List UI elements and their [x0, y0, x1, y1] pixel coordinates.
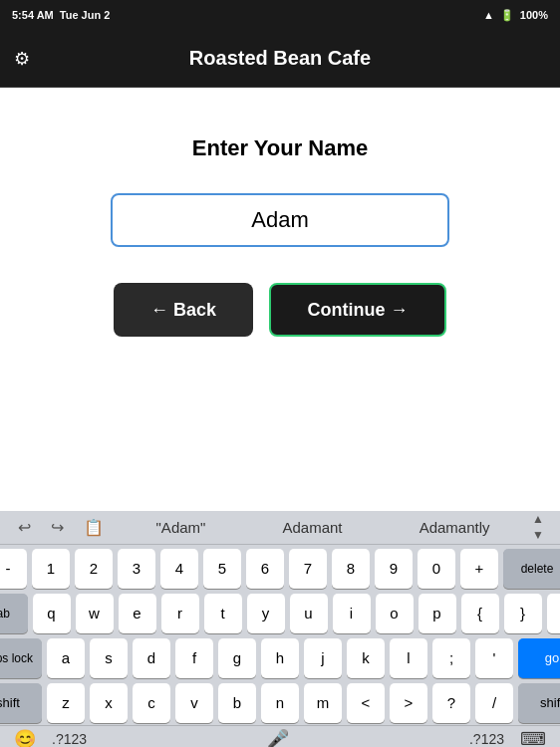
toolbar-right: .?123 ⌨: [469, 726, 552, 747]
key-bracket-close[interactable]: }: [504, 594, 542, 633]
battery-icon: 🔋: [500, 9, 514, 22]
key-z[interactable]: z: [47, 683, 85, 723]
key-l[interactable]: l: [390, 638, 427, 678]
key-q[interactable]: q: [33, 594, 71, 633]
numeric-toggle-button[interactable]: .?123: [52, 731, 87, 747]
key-v[interactable]: v: [175, 683, 213, 723]
name-input[interactable]: [111, 193, 449, 247]
status-right: ▲ 🔋 100%: [483, 9, 548, 22]
autocomplete-nav: ↩ ↪ 📋: [4, 514, 118, 541]
key-b[interactable]: b: [218, 683, 256, 723]
key-g[interactable]: g: [218, 638, 256, 678]
continue-button-label: Continue →: [308, 300, 409, 321]
key-7[interactable]: 7: [289, 549, 327, 589]
key-bracket-open[interactable]: {: [461, 594, 499, 633]
wifi-icon: ▲: [483, 9, 494, 21]
key-n[interactable]: n: [261, 683, 299, 723]
key-e[interactable]: e: [119, 594, 156, 633]
battery-percent: 100%: [520, 9, 548, 21]
prompt-title: Enter Your Name: [192, 135, 368, 161]
key-9[interactable]: 9: [375, 549, 413, 589]
keyboard-toolbar: 😊 .?123 🎤 .?123 ⌨: [0, 725, 560, 747]
toolbar-left: 😊 .?123: [8, 726, 87, 747]
key-o[interactable]: o: [376, 594, 414, 633]
key-t[interactable]: t: [204, 594, 242, 633]
main-content: Enter Your Name ← Back Continue →: [0, 88, 560, 511]
key-p[interactable]: p: [419, 594, 456, 633]
undo-button[interactable]: ↩: [12, 514, 37, 541]
keyboard-area: ↩ ↪ 📋 "Adam" Adamant Adamantly ▲ ▼ - 1 2…: [0, 511, 560, 747]
key-slash[interactable]: /: [475, 683, 513, 723]
key-4[interactable]: 4: [160, 549, 198, 589]
key-w[interactable]: w: [76, 594, 114, 633]
arrow-up-button[interactable]: ▲: [528, 511, 548, 527]
key-a[interactable]: a: [47, 638, 85, 678]
settings-icon[interactable]: ⚙: [14, 48, 30, 70]
status-date: Tue Jun 2: [60, 9, 111, 21]
redo-button[interactable]: ↪: [45, 514, 70, 541]
autocomplete-suggestions: "Adam" Adamant Adamantly: [118, 515, 528, 540]
status-time: 5:54 AM: [12, 9, 54, 21]
key-question[interactable]: ?: [432, 683, 470, 723]
key-i[interactable]: i: [333, 594, 371, 633]
key-row-numbers: - 1 2 3 4 5 6 7 8 9 0 + delete: [3, 549, 557, 589]
key-minus[interactable]: -: [0, 549, 27, 589]
shift-right-key[interactable]: shift: [518, 683, 560, 723]
key-m[interactable]: m: [304, 683, 342, 723]
key-semicolon[interactable]: ;: [432, 638, 470, 678]
key-k[interactable]: k: [347, 638, 385, 678]
key-d[interactable]: d: [133, 638, 170, 678]
key-quote[interactable]: ': [475, 638, 513, 678]
continue-button[interactable]: Continue →: [269, 283, 446, 337]
autocomplete-item-1[interactable]: "Adam": [146, 515, 216, 540]
autocomplete-item-2[interactable]: Adamant: [273, 515, 353, 540]
arrow-down-button[interactable]: ▼: [528, 527, 548, 543]
key-u[interactable]: u: [290, 594, 328, 633]
key-1[interactable]: 1: [32, 549, 70, 589]
paste-button[interactable]: 📋: [78, 514, 110, 541]
key-row-qwerty: tab q w e r t y u i o p { } \: [3, 594, 557, 633]
key-y[interactable]: y: [247, 594, 285, 633]
key-2[interactable]: 2: [75, 549, 113, 589]
autocomplete-item-3[interactable]: Adamantly: [410, 515, 500, 540]
key-row-zxcv: shift z x c v b n m < > ? / shift: [3, 683, 557, 723]
nav-bar: ⚙ Roasted Bean Cafe: [0, 30, 560, 88]
shift-left-key[interactable]: shift: [0, 683, 42, 723]
emoji-button[interactable]: 😊: [8, 726, 42, 747]
key-3[interactable]: 3: [118, 549, 155, 589]
key-6[interactable]: 6: [246, 549, 284, 589]
autocomplete-arrows: ▲ ▼: [528, 511, 556, 544]
keyboard-rows: - 1 2 3 4 5 6 7 8 9 0 + delete tab q w e…: [0, 545, 560, 725]
key-c[interactable]: c: [133, 683, 170, 723]
microphone-button[interactable]: 🎤: [261, 726, 295, 747]
return-key[interactable]: go: [518, 638, 560, 678]
nav-title: Roasted Bean Cafe: [189, 47, 371, 70]
back-button[interactable]: ← Back: [114, 283, 253, 337]
button-row: ← Back Continue →: [114, 283, 446, 337]
key-f[interactable]: f: [175, 638, 213, 678]
key-5[interactable]: 5: [203, 549, 241, 589]
key-j[interactable]: j: [304, 638, 342, 678]
key-equals[interactable]: +: [460, 549, 498, 589]
status-left: 5:54 AM Tue Jun 2: [12, 9, 110, 21]
status-bar: 5:54 AM Tue Jun 2 ▲ 🔋 100%: [0, 0, 560, 30]
key-s[interactable]: s: [90, 638, 128, 678]
key-0[interactable]: 0: [418, 549, 455, 589]
delete-key[interactable]: delete: [503, 549, 560, 589]
back-button-label: ← Back: [150, 300, 216, 321]
key-row-asdf: caps lock a s d f g h j k l ; ' go: [3, 638, 557, 678]
key-h[interactable]: h: [261, 638, 299, 678]
autocomplete-bar: ↩ ↪ 📋 "Adam" Adamant Adamantly ▲ ▼: [0, 511, 560, 545]
keyboard-dismiss-button[interactable]: ⌨: [514, 726, 552, 747]
key-x[interactable]: x: [90, 683, 128, 723]
key-greater-than[interactable]: >: [390, 683, 427, 723]
tab-key[interactable]: tab: [0, 594, 28, 633]
key-less-than[interactable]: <: [347, 683, 385, 723]
key-r[interactable]: r: [161, 594, 199, 633]
numeric-toggle-button-right[interactable]: .?123: [469, 731, 504, 747]
key-backslash[interactable]: \: [547, 594, 561, 633]
key-8[interactable]: 8: [332, 549, 370, 589]
caps-lock-key[interactable]: caps lock: [0, 638, 42, 678]
